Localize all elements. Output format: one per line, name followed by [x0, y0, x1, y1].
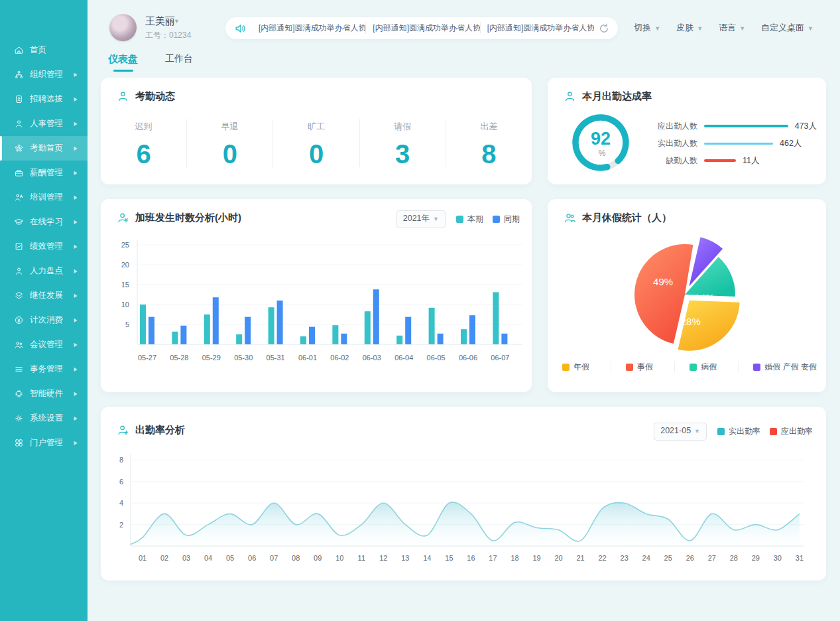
stat-5: 出差 8: [446, 119, 532, 167]
svg-text:10: 10: [121, 301, 129, 309]
legend-swatch: [717, 428, 725, 435]
legend-1[interactable]: 年假: [557, 362, 611, 373]
stat-1: 迟到 6: [101, 119, 186, 167]
sidebar-item-12[interactable]: 计次消费▶: [0, 308, 88, 332]
sidebar-item-8[interactable]: 在线学习▶: [0, 210, 88, 234]
sidebar-item-label: 门户管理: [30, 437, 63, 448]
sidebar-item-11[interactable]: 继任发展▶: [0, 283, 88, 308]
legend-实出勤率[interactable]: 实出勤率: [717, 426, 760, 437]
svg-text:06-06: 06-06: [459, 354, 477, 362]
header-menus: 切换▼皮肤▼语言▼自定义桌面▼: [634, 22, 813, 34]
legend-同期[interactable]: 同期: [493, 214, 520, 225]
year-select[interactable]: 2021年▼: [396, 210, 446, 228]
attendance-rate-card: 本月出勤达成率 92% 应出勤人数 473人实出勤人数 462人缺勤人数 11人: [548, 78, 826, 184]
svg-text:05-27: 05-27: [138, 354, 156, 362]
legend-swatch: [626, 364, 633, 371]
svg-text:25: 25: [664, 554, 672, 562]
chevron-right-icon: ▶: [74, 268, 78, 274]
svg-text:8: 8: [119, 456, 123, 464]
header-menu-1[interactable]: 切换▼: [634, 22, 660, 34]
tab-dashboard[interactable]: 仪表盘: [108, 53, 138, 72]
svg-text:21: 21: [576, 554, 584, 562]
tab-workbench[interactable]: 工作台: [165, 53, 193, 72]
svg-text:06: 06: [248, 554, 256, 562]
refresh-icon[interactable]: [598, 23, 610, 34]
legend-2[interactable]: 事假: [611, 362, 674, 373]
svg-text:29: 29: [752, 554, 760, 562]
legend-swatch: [562, 364, 570, 371]
month-select[interactable]: 2021-05▼: [654, 423, 707, 441]
legend-4[interactable]: 婚假 产假 丧假: [738, 362, 817, 373]
stat-value: 3: [360, 141, 446, 167]
sidebar-item-17[interactable]: 门户管理▶: [0, 431, 88, 455]
svg-text:15: 15: [121, 281, 129, 289]
rate-bar: [704, 125, 788, 127]
svg-text:01: 01: [139, 554, 147, 562]
sidebar-item-15[interactable]: 智能硬件▶: [0, 381, 88, 406]
svg-text:17: 17: [489, 554, 497, 562]
notice-item-1[interactable]: [内部通知]圆满成功举办省人协会员...: [252, 23, 365, 34]
stat-3: 旷工 0: [272, 119, 359, 167]
sidebar-item-5[interactable]: 考勤首页▶: [0, 136, 88, 161]
svg-text:08: 08: [292, 554, 300, 562]
chevron-right-icon: ▶: [74, 293, 78, 299]
header-menu-2[interactable]: 皮肤▼: [676, 22, 703, 34]
svg-text:16: 16: [467, 554, 475, 562]
sidebar-menu: 首页组织管理▶招聘选拔▶人事管理▶考勤首页▶薪酬管理▶培训管理▶在线学习▶绩效管…: [0, 38, 88, 455]
sidebar-item-13[interactable]: 会议管理▶: [0, 332, 88, 357]
sidebar-item-10[interactable]: 人力盘点▶: [0, 259, 88, 283]
notice-item-2[interactable]: [内部通知]圆满成功举办省人协会员...: [365, 23, 479, 34]
svg-text:19: 19: [532, 554, 540, 562]
sidebar-item-label: 首页: [30, 44, 46, 56]
notice-item-3[interactable]: [内部通知]圆满成功举办省人协会员...: [480, 23, 594, 34]
svg-text:06-03: 06-03: [363, 354, 381, 362]
sidebar-item-4[interactable]: 人事管理▶: [0, 111, 88, 136]
sidebar-item-16[interactable]: 系统设置▶: [0, 406, 88, 431]
sidebar-item-3[interactable]: 招聘选拔▶: [0, 87, 88, 111]
legend-本期[interactable]: 本期: [456, 214, 483, 225]
sidebar-item-label: 组织管理: [30, 69, 63, 80]
svg-text:49%: 49%: [653, 276, 673, 287]
header-menu-4[interactable]: 自定义桌面▼: [761, 22, 813, 34]
legend-swatch: [690, 364, 697, 371]
sidebar-item-9[interactable]: 绩效管理▶: [0, 234, 88, 259]
legend-3[interactable]: 病假: [674, 362, 738, 373]
sidebar-item-label: 计次消费: [30, 314, 63, 326]
rate-label: 应出勤人数: [654, 121, 697, 132]
sidebar-item-label: 人力盘点: [30, 265, 63, 277]
stat-2: 早退 0: [186, 119, 272, 167]
rate-value: 473人: [795, 121, 817, 132]
card-title: 考勤动态: [117, 90, 175, 103]
svg-text:30: 30: [774, 554, 782, 562]
svg-text:10: 10: [335, 554, 343, 562]
training-icon: [14, 192, 24, 202]
users-icon: [564, 212, 576, 224]
card-title-text: 本月休假统计（人）: [582, 212, 672, 224]
svg-text:06-02: 06-02: [330, 354, 349, 362]
sidebar-item-2[interactable]: 组织管理▶: [0, 62, 88, 87]
svg-text:06-01: 06-01: [298, 354, 317, 362]
sidebar-item-label: 人事管理: [30, 118, 63, 129]
person-icon: [14, 266, 24, 276]
stack-icon: [14, 364, 24, 374]
rate-value: 462人: [780, 138, 802, 149]
card-title-text: 本月出勤达成率: [582, 90, 652, 103]
svg-text:15: 15: [445, 554, 453, 562]
legend-应出勤率[interactable]: 应出勤率: [770, 426, 813, 437]
sidebar-item-7[interactable]: 培训管理▶: [0, 185, 88, 210]
header-menu-3[interactable]: 语言▼: [719, 22, 745, 34]
sidebar-item-1[interactable]: 首页: [0, 38, 88, 62]
user-icon: [564, 90, 576, 103]
svg-text:28%: 28%: [681, 316, 701, 327]
svg-text:23: 23: [621, 554, 629, 562]
svg-text:18: 18: [510, 554, 518, 562]
sidebar-item-label: 在线学习: [30, 216, 63, 228]
svg-text:92: 92: [591, 129, 611, 149]
user-menu-caret-icon[interactable]: ▼: [174, 18, 180, 25]
sidebar-item-6[interactable]: 薪酬管理▶: [0, 161, 88, 185]
sidebar-item-14[interactable]: 事务管理▶: [0, 357, 88, 381]
avatar[interactable]: [109, 14, 137, 41]
svg-text:25: 25: [121, 241, 129, 249]
user-plus-icon: [117, 424, 129, 437]
chevron-right-icon: ▶: [74, 342, 78, 348]
